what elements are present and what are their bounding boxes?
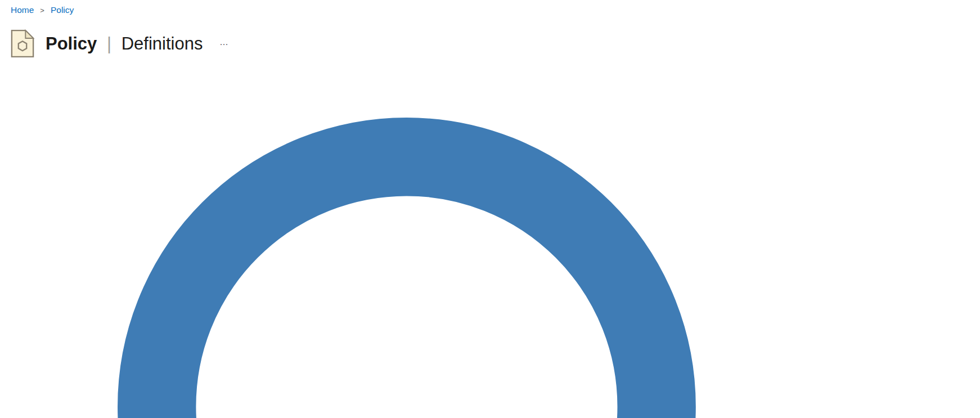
sidebar-search-box[interactable] [0, 0, 980, 418]
page-title-separator: | [107, 34, 111, 53]
breadcrumb-policy-link[interactable]: Policy [51, 5, 74, 15]
more-options-button[interactable]: ··· [219, 39, 228, 48]
page-title: Policy | Definitions [46, 34, 203, 54]
page-title-section: Definitions [122, 34, 203, 53]
page-header: Policy | Definitions ··· [10, 29, 228, 58]
policy-document-icon [10, 29, 35, 58]
breadcrumb: Home > Policy [11, 5, 74, 15]
breadcrumb-separator-icon: > [40, 6, 44, 15]
search-icon [0, 0, 980, 418]
page-title-blade: Policy [46, 34, 97, 53]
breadcrumb-home-link[interactable]: Home [11, 5, 34, 15]
sidebar: « Overview Getting started [0, 0, 980, 418]
